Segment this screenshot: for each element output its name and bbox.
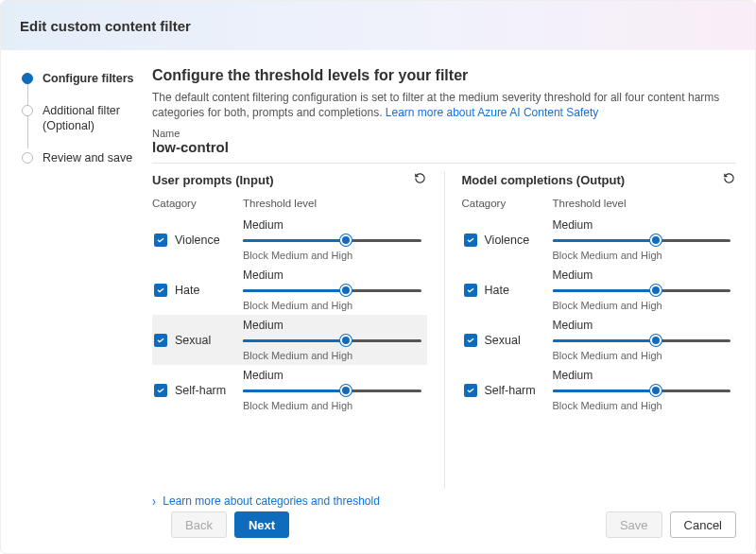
threshold-description: Block Medium and High <box>553 350 731 361</box>
threshold-level-label: Medium <box>553 268 731 282</box>
category-row: SexualMediumBlock Medium and High <box>462 315 737 365</box>
category-row: Self-harmMediumBlock Medium and High <box>152 365 427 415</box>
step-dot-icon <box>22 73 33 84</box>
content-safety-link[interactable]: Learn more about Azure AI Content Safety <box>386 106 598 119</box>
threshold-level-label: Medium <box>553 369 731 382</box>
threshold-description: Block Medium and High <box>553 250 731 261</box>
step-additional-filter[interactable]: Additional filter (Optional) <box>22 103 143 133</box>
category-checkbox[interactable] <box>464 384 477 397</box>
page-heading: Configure the threshold levels for your … <box>152 67 736 84</box>
threshold-slider[interactable] <box>553 284 731 297</box>
threshold-level-label: Medium <box>553 319 731 332</box>
user-prompts-panel: User prompts (Input)CatagoryThreshold le… <box>152 171 427 489</box>
page-subtext: The default content filtering configurat… <box>152 90 736 120</box>
category-checkbox[interactable] <box>154 384 167 397</box>
col-threshold: Threshold level <box>553 198 627 209</box>
cancel-button[interactable]: Cancel <box>670 511 736 538</box>
reset-icon[interactable] <box>413 171 427 188</box>
threshold-level-label: Medium <box>243 268 421 282</box>
panel-title: User prompts (Input) <box>152 173 274 187</box>
threshold-slider[interactable] <box>553 334 731 347</box>
category-name: Hate <box>485 284 553 297</box>
threshold-slider[interactable] <box>243 284 421 297</box>
panel-title: Model completions (Output) <box>462 173 626 187</box>
step-configure-filters[interactable]: Configure filters <box>22 71 143 86</box>
col-category: Catagory <box>152 198 243 209</box>
category-name: Self-harm <box>175 384 243 397</box>
threshold-level-label: Medium <box>243 218 421 232</box>
learn-more-categories-link[interactable]: Learn more about categories and threshol… <box>163 494 379 508</box>
threshold-slider[interactable] <box>243 384 421 397</box>
category-name: Sexual <box>175 334 243 347</box>
step-dot-icon <box>22 152 33 164</box>
threshold-level-label: Medium <box>243 369 421 382</box>
col-threshold: Threshold level <box>243 198 317 209</box>
threshold-description: Block Medium and High <box>243 250 421 261</box>
wizard-steps: Configure filters Additional filter (Opt… <box>1 50 152 508</box>
threshold-slider[interactable] <box>553 384 731 397</box>
category-name: Self-harm <box>485 384 553 397</box>
category-checkbox[interactable] <box>154 234 167 247</box>
back-button[interactable]: Back <box>171 511 227 538</box>
threshold-level-label: Medium <box>553 218 731 232</box>
category-checkbox[interactable] <box>154 284 167 297</box>
threshold-description: Block Medium and High <box>553 300 731 311</box>
category-row: HateMediumBlock Medium and High <box>152 265 427 315</box>
category-row: Self-harmMediumBlock Medium and High <box>462 365 737 415</box>
category-name: Hate <box>175 284 243 297</box>
model-completions-panel: Model completions (Output)CatagoryThresh… <box>462 171 737 489</box>
category-checkbox[interactable] <box>464 234 477 247</box>
save-button[interactable]: Save <box>606 511 662 538</box>
divider <box>152 163 736 164</box>
chevron-right-icon: › <box>152 493 156 508</box>
step-dot-icon <box>22 105 33 116</box>
category-row: SexualMediumBlock Medium and High <box>152 315 427 365</box>
category-checkbox[interactable] <box>464 284 477 297</box>
step-review-and-save[interactable]: Review and save <box>22 150 143 165</box>
step-label: Configure filters <box>43 71 134 86</box>
category-checkbox[interactable] <box>464 334 477 347</box>
threshold-slider[interactable] <box>553 234 731 247</box>
threshold-description: Block Medium and High <box>243 350 421 361</box>
category-row: HateMediumBlock Medium and High <box>462 265 737 315</box>
step-label: Additional filter (Optional) <box>43 103 143 133</box>
reset-icon[interactable] <box>722 171 736 188</box>
category-name: Sexual <box>485 334 553 347</box>
category-checkbox[interactable] <box>154 334 167 347</box>
threshold-slider[interactable] <box>243 334 421 347</box>
threshold-description: Block Medium and High <box>553 400 731 411</box>
dialog-title: Edit custom content filter <box>1 1 755 50</box>
threshold-description: Block Medium and High <box>243 400 421 411</box>
category-name: Violence <box>485 234 553 247</box>
category-row: ViolenceMediumBlock Medium and High <box>152 215 427 265</box>
dialog-footer: Back Next Save Cancel <box>1 508 755 553</box>
next-button[interactable]: Next <box>234 511 289 538</box>
threshold-description: Block Medium and High <box>243 300 421 311</box>
col-category: Catagory <box>462 198 553 209</box>
threshold-level-label: Medium <box>243 319 421 332</box>
vertical-divider <box>444 171 445 489</box>
step-label: Review and save <box>43 150 132 165</box>
threshold-slider[interactable] <box>243 234 421 247</box>
category-row: ViolenceMediumBlock Medium and High <box>462 215 737 265</box>
category-name: Violence <box>175 234 243 247</box>
name-label: Name <box>152 128 736 139</box>
filter-name: low-control <box>152 139 736 155</box>
